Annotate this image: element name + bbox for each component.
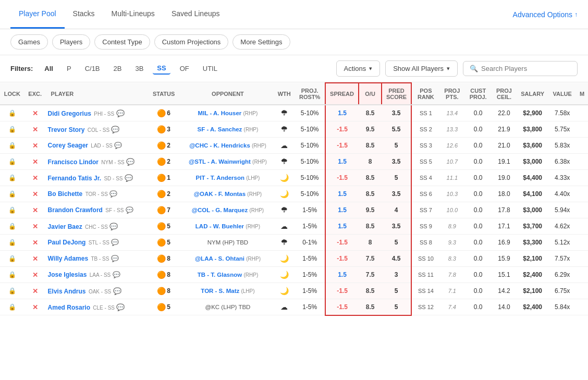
exc-cell[interactable]: ✕ xyxy=(24,186,46,202)
message-icon[interactable]: 💬 xyxy=(116,109,125,117)
tab-player-pool[interactable]: Player Pool xyxy=(10,0,65,29)
lock-icon[interactable]: 🔒 xyxy=(8,239,16,246)
lock-icon[interactable]: 🔒 xyxy=(8,255,16,262)
message-icon[interactable]: 💬 xyxy=(125,174,133,182)
lock-cell[interactable]: 🔒 xyxy=(0,202,24,218)
exclude-icon[interactable]: ✕ xyxy=(32,287,38,295)
lock-cell[interactable]: 🔒 xyxy=(0,154,24,170)
opponent-name[interactable]: PIT - T. Anderson xyxy=(196,175,245,181)
player-name[interactable]: Fernando Tatis Jr. xyxy=(48,175,101,182)
exclude-icon[interactable]: ✕ xyxy=(32,190,38,198)
opponent-name[interactable]: @STL - A. Wainwright xyxy=(189,158,251,165)
lock-icon[interactable]: 🔒 xyxy=(8,190,16,198)
message-icon[interactable]: 💬 xyxy=(109,223,118,230)
opponent-name[interactable]: @CHC - K. Hendricks xyxy=(189,142,250,149)
exc-cell[interactable]: ✕ xyxy=(24,299,46,315)
tab-stacks[interactable]: Stacks xyxy=(65,0,103,29)
exc-cell[interactable]: ✕ xyxy=(24,170,46,186)
lock-cell[interactable]: 🔒 xyxy=(0,105,24,121)
filter-p[interactable]: P xyxy=(63,63,76,74)
filter-util[interactable]: UTIL xyxy=(199,63,222,74)
exc-cell[interactable]: ✕ xyxy=(24,154,46,170)
search-input[interactable] xyxy=(481,65,571,72)
show-players-dropdown[interactable]: Show All Players xyxy=(385,60,458,77)
lock-icon[interactable]: 🔒 xyxy=(8,126,16,133)
games-filter-btn[interactable]: Games xyxy=(10,34,48,50)
lock-icon[interactable]: 🔒 xyxy=(8,271,16,278)
lock-cell[interactable]: 🔒 xyxy=(0,283,24,299)
opponent-name[interactable]: TOR - S. Matz xyxy=(201,288,239,294)
exc-cell[interactable]: ✕ xyxy=(24,121,46,138)
lock-icon[interactable]: 🔒 xyxy=(8,287,16,295)
exclude-icon[interactable]: ✕ xyxy=(32,223,38,230)
lock-icon[interactable]: 🔒 xyxy=(8,206,16,214)
player-name[interactable]: Jose Iglesias xyxy=(48,271,87,278)
message-icon[interactable]: 💬 xyxy=(116,303,125,311)
exclude-icon[interactable]: ✕ xyxy=(32,206,38,214)
exclude-icon[interactable]: ✕ xyxy=(32,142,38,150)
opponent-name[interactable]: MIL - A. Houser xyxy=(198,110,242,116)
player-name[interactable]: Francisco Lindor xyxy=(48,158,99,166)
player-name[interactable]: Bo Bichette xyxy=(48,190,83,198)
filter-3b[interactable]: 3B xyxy=(131,63,148,74)
more-settings-filter-btn[interactable]: More Settings xyxy=(232,34,290,50)
lock-cell[interactable]: 🔒 xyxy=(0,186,24,202)
exclude-icon[interactable]: ✕ xyxy=(32,158,38,166)
lock-cell[interactable]: 🔒 xyxy=(0,170,24,186)
opponent-name[interactable]: @LAA - S. Ohtani xyxy=(195,255,244,262)
filter-of[interactable]: OF xyxy=(176,63,193,74)
exclude-icon[interactable]: ✕ xyxy=(32,109,38,117)
exclude-icon[interactable]: ✕ xyxy=(32,239,38,247)
filter-all[interactable]: All xyxy=(40,63,57,74)
lock-cell[interactable]: 🔒 xyxy=(0,218,24,235)
player-name[interactable]: Paul DeJong xyxy=(48,239,86,246)
exc-cell[interactable]: ✕ xyxy=(24,251,46,267)
advanced-options-link[interactable]: Advanced Options xyxy=(513,10,578,19)
lock-cell[interactable]: 🔒 xyxy=(0,267,24,283)
exc-cell[interactable]: ✕ xyxy=(24,218,46,235)
message-icon[interactable]: 💬 xyxy=(113,287,121,295)
tab-saved-lineups[interactable]: Saved Lineups xyxy=(163,0,228,29)
opponent-name[interactable]: SF - A. Sanchez xyxy=(198,126,242,132)
lock-icon[interactable]: 🔒 xyxy=(8,303,16,311)
message-icon[interactable]: 💬 xyxy=(126,158,134,166)
exclude-icon[interactable]: ✕ xyxy=(32,303,38,311)
lock-icon[interactable]: 🔒 xyxy=(8,142,16,149)
exclude-icon[interactable]: ✕ xyxy=(32,174,38,182)
lock-icon[interactable]: 🔒 xyxy=(8,158,16,165)
exc-cell[interactable]: ✕ xyxy=(24,235,46,251)
opponent-name[interactable]: @OAK - F. Montas xyxy=(194,191,246,197)
actions-dropdown[interactable]: Actions xyxy=(336,60,381,77)
exclude-icon[interactable]: ✕ xyxy=(32,255,38,263)
lock-icon[interactable]: 🔒 xyxy=(8,223,16,230)
players-filter-btn[interactable]: Players xyxy=(52,34,90,50)
filter-ss[interactable]: SS xyxy=(153,63,170,75)
exc-cell[interactable]: ✕ xyxy=(24,138,46,154)
lock-cell[interactable]: 🔒 xyxy=(0,235,24,251)
lock-cell[interactable]: 🔒 xyxy=(0,121,24,138)
message-icon[interactable]: 💬 xyxy=(111,126,119,133)
opponent-name[interactable]: @COL - G. Marquez xyxy=(192,207,248,213)
exclude-icon[interactable]: ✕ xyxy=(32,271,38,279)
player-name[interactable]: Willy Adames xyxy=(48,255,88,262)
exc-cell[interactable]: ✕ xyxy=(24,267,46,283)
lock-cell[interactable]: 🔒 xyxy=(0,299,24,315)
tab-multi-lineups[interactable]: Multi-Lineups xyxy=(103,0,163,29)
custom-projections-filter-btn[interactable]: Custom Projections xyxy=(154,34,229,50)
player-name[interactable]: Amed Rosario xyxy=(48,304,90,311)
player-name[interactable]: Corey Seager xyxy=(48,142,88,149)
opponent-name[interactable]: TB - T. Glasnow xyxy=(198,272,242,278)
lock-icon[interactable]: 🔒 xyxy=(8,109,16,117)
filter-2b[interactable]: 2B xyxy=(109,63,126,74)
player-name[interactable]: Trevor Story xyxy=(48,126,85,133)
player-name[interactable]: Javier Baez xyxy=(48,223,82,230)
lock-cell[interactable]: 🔒 xyxy=(0,251,24,267)
player-name[interactable]: Elvis Andrus xyxy=(48,288,86,295)
exc-cell[interactable]: ✕ xyxy=(24,202,46,218)
exclude-icon[interactable]: ✕ xyxy=(32,126,38,133)
filter-c1b[interactable]: C/1B xyxy=(81,63,104,74)
exc-cell[interactable]: ✕ xyxy=(24,283,46,299)
contest-type-filter-btn[interactable]: Contest Type xyxy=(94,34,150,50)
opponent-name[interactable]: LAD - W. Buehler xyxy=(195,223,244,229)
player-name[interactable]: Brandon Crawford xyxy=(48,206,103,214)
